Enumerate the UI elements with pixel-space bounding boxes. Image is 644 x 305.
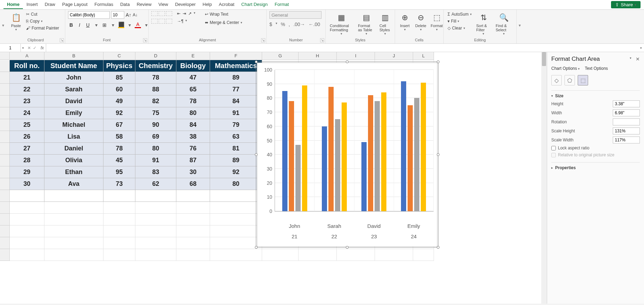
data-cell[interactable]: 91 xyxy=(210,107,262,119)
chart-options-tab[interactable]: Chart Options ▾ xyxy=(551,66,580,71)
data-cell[interactable]: Michael xyxy=(44,119,103,131)
bar[interactable] xyxy=(328,87,334,211)
data-cell[interactable]: 78 xyxy=(103,143,135,155)
column-header[interactable]: D xyxy=(135,52,176,60)
increase-decimal-button[interactable]: .00→ xyxy=(293,22,305,27)
empty-cell[interactable] xyxy=(103,202,135,214)
chart-plot-area[interactable]: 0102030405060708090100 xyxy=(275,70,434,212)
tab-formulas[interactable]: Formulas xyxy=(91,0,117,9)
row-header[interactable] xyxy=(0,178,10,190)
tab-view[interactable]: View xyxy=(155,0,172,9)
copy-button[interactable]: ⎘Copy▾ xyxy=(25,18,60,24)
close-pane-button[interactable]: ✕ xyxy=(636,56,640,62)
header-cell[interactable]: Roll no. xyxy=(10,60,44,72)
data-cell[interactable]: 62 xyxy=(135,178,176,190)
data-cell[interactable]: 60 xyxy=(103,84,135,96)
empty-cell[interactable] xyxy=(44,237,103,249)
data-cell[interactable]: 78 xyxy=(176,96,210,107)
empty-cell[interactable] xyxy=(44,249,103,261)
row-header[interactable] xyxy=(0,96,10,107)
bar[interactable] xyxy=(368,95,373,211)
data-cell[interactable]: 89 xyxy=(210,155,262,166)
data-cell[interactable]: 28 xyxy=(10,155,44,166)
bar[interactable] xyxy=(408,105,413,211)
tab-chart-design[interactable]: Chart Design xyxy=(238,0,271,9)
accounting-button[interactable]: $ xyxy=(269,22,272,27)
fx-icon[interactable]: fx xyxy=(39,46,46,50)
empty-cell[interactable] xyxy=(262,249,299,261)
effects-icon[interactable]: ⬠ xyxy=(564,75,575,85)
empty-cell[interactable] xyxy=(135,214,176,225)
empty-cell[interactable] xyxy=(44,225,103,237)
empty-cell[interactable] xyxy=(10,225,44,237)
size-section-header[interactable]: ▾Size xyxy=(551,93,640,98)
data-cell[interactable]: 80 xyxy=(176,107,210,119)
fill-color-button[interactable]: ⬛ xyxy=(118,22,124,28)
sort-filter-button[interactable]: ⇅Sort & Filter▾ xyxy=(475,11,492,36)
bar[interactable] xyxy=(335,119,340,211)
row-header[interactable] xyxy=(0,249,10,261)
tab-acrobat[interactable]: Acrobat xyxy=(215,0,238,9)
empty-cell[interactable] xyxy=(176,214,210,225)
data-cell[interactable]: 67 xyxy=(103,119,135,131)
bar[interactable] xyxy=(322,126,327,211)
data-cell[interactable]: Olivia xyxy=(44,155,103,166)
data-cell[interactable]: 80 xyxy=(210,178,262,190)
empty-cell[interactable] xyxy=(135,225,176,237)
fill-line-icon[interactable]: ◇ xyxy=(551,75,562,85)
data-cell[interactable]: John xyxy=(44,72,103,84)
empty-cell[interactable] xyxy=(10,237,44,249)
cell-styles-button[interactable]: ▥Cell Styles▾ xyxy=(378,11,392,36)
underline-button[interactable]: U xyxy=(85,22,91,28)
empty-cell[interactable] xyxy=(210,214,262,225)
column-header[interactable]: B xyxy=(44,52,103,60)
data-cell[interactable]: 89 xyxy=(210,72,262,84)
data-cell[interactable]: 38 xyxy=(176,131,210,143)
data-cell[interactable]: 47 xyxy=(176,72,210,84)
data-cell[interactable]: 22 xyxy=(10,84,44,96)
data-cell[interactable]: 78 xyxy=(135,72,176,84)
size-properties-icon[interactable]: ⬚ xyxy=(578,75,588,85)
empty-cell[interactable] xyxy=(176,237,210,249)
tab-developer[interactable]: Developer xyxy=(172,0,199,9)
bar[interactable] xyxy=(282,91,287,211)
row-header[interactable] xyxy=(0,84,10,96)
data-cell[interactable]: 45 xyxy=(103,155,135,166)
data-cell[interactable]: 25 xyxy=(10,119,44,131)
header-cell[interactable]: Mathematics xyxy=(210,60,262,72)
decrease-decimal-button[interactable]: ←.00 xyxy=(309,22,320,27)
select-all-corner[interactable] xyxy=(0,52,10,60)
data-cell[interactable]: 30 xyxy=(176,166,210,178)
delete-cells-button[interactable]: ⊖Delete▾ xyxy=(414,11,428,32)
lock-aspect-checkbox[interactable] xyxy=(551,146,556,150)
row-header[interactable] xyxy=(0,225,10,237)
data-cell[interactable]: 23 xyxy=(10,96,44,107)
data-cell[interactable]: Lisa xyxy=(44,131,103,143)
merge-center-button[interactable]: ⬌Merge & Center▾ xyxy=(204,19,243,26)
find-select-button[interactable]: 🔍Find & Select▾ xyxy=(494,11,513,36)
data-cell[interactable]: 58 xyxy=(103,131,135,143)
height-input[interactable] xyxy=(613,100,640,107)
data-cell[interactable]: 49 xyxy=(103,96,135,107)
comma-button[interactable]: , xyxy=(288,22,290,27)
text-options-tab[interactable]: Text Options xyxy=(585,66,608,71)
empty-cell[interactable] xyxy=(176,225,210,237)
empty-cell[interactable] xyxy=(10,202,44,214)
data-cell[interactable]: 63 xyxy=(210,131,262,143)
header-cell[interactable]: Student Name xyxy=(44,60,103,72)
data-cell[interactable]: 90 xyxy=(135,119,176,131)
percent-button[interactable]: % xyxy=(281,22,285,27)
data-cell[interactable]: 85 xyxy=(103,72,135,84)
empty-cell[interactable] xyxy=(375,249,413,261)
column-header[interactable]: A xyxy=(10,52,44,60)
empty-cell[interactable] xyxy=(210,190,262,202)
column-header[interactable]: I xyxy=(337,52,375,60)
tab-home[interactable]: Home xyxy=(3,0,23,9)
scale-width-input[interactable] xyxy=(613,137,640,143)
format-as-table-button[interactable]: ▤Format as Table▾ xyxy=(357,11,376,36)
border-button[interactable]: ⊞ xyxy=(101,22,108,28)
data-cell[interactable]: Daniel xyxy=(44,143,103,155)
orientation-button[interactable]: ↗ xyxy=(188,11,192,16)
shrink-font-button[interactable]: A↓ xyxy=(133,13,137,17)
data-cell[interactable]: 27 xyxy=(10,143,44,155)
